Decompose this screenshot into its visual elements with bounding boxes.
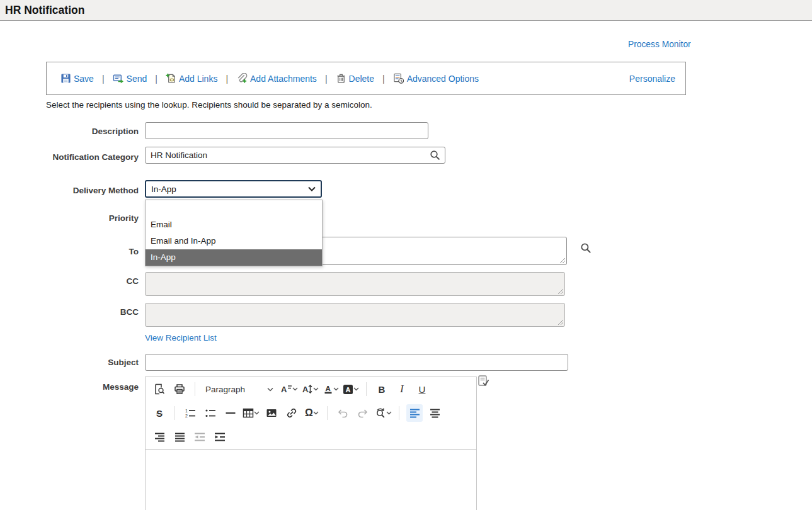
toolbar-separator: | <box>155 74 157 84</box>
page-title: HR Notification <box>0 0 812 17</box>
outdent-icon <box>194 432 205 442</box>
to-resize-grip[interactable] <box>559 257 566 264</box>
add-attachments-button[interactable]: Add Attachments <box>236 73 317 84</box>
numbered-list-button[interactable]: 1 2 <box>182 404 198 422</box>
cc-resize-grip[interactable] <box>557 288 564 295</box>
highlight-color-icon: A <box>343 384 353 395</box>
underline-button[interactable]: U <box>414 380 430 398</box>
toolbar-divider <box>174 406 175 420</box>
message-rich-text-editor: Paragraph A <box>145 377 477 510</box>
process-monitor-link[interactable]: Process Monitor <box>628 40 691 49</box>
chevron-down-icon <box>254 411 260 415</box>
dropdown-option-email-and-in-app[interactable]: Email and In-App <box>146 233 322 249</box>
bcc-label: BCC <box>0 307 139 317</box>
personalize-link[interactable]: Personalize <box>629 74 675 84</box>
italic-button[interactable]: I <box>394 380 410 398</box>
chevron-down-icon <box>333 387 339 391</box>
subject-input[interactable] <box>145 354 568 371</box>
print-button[interactable] <box>171 380 188 398</box>
align-right-icon <box>154 432 165 442</box>
paragraph-format-value: Paragraph <box>205 385 245 394</box>
font-family-dropdown[interactable]: A <box>280 380 298 398</box>
align-right-button[interactable] <box>151 428 168 446</box>
preview-icon <box>154 383 165 395</box>
add-links-icon <box>166 73 176 84</box>
bullet-list-button[interactable] <box>202 404 219 422</box>
to-label: To <box>0 247 139 257</box>
insert-table-dropdown[interactable] <box>243 404 260 422</box>
editor-toolbar-row-2: S 1 2 <box>146 401 476 425</box>
toolbar-divider <box>195 382 195 396</box>
font-color-dropdown[interactable]: A <box>323 380 339 398</box>
justify-button[interactable] <box>171 428 188 446</box>
add-attachments-icon <box>236 73 248 84</box>
align-left-button[interactable] <box>406 404 423 422</box>
notification-category-label: Notification Category <box>0 152 139 162</box>
find-replace-dropdown[interactable] <box>375 404 392 422</box>
svg-text:A: A <box>281 385 287 394</box>
delivery-method-select[interactable]: In-App <box>145 180 322 198</box>
editor-toolbar-row-1: Paragraph A <box>146 377 476 401</box>
font-family-icon: A <box>280 383 292 395</box>
notification-category-lookup-button[interactable] <box>430 150 441 161</box>
description-input[interactable] <box>145 122 428 139</box>
add-links-label: Add Links <box>179 74 217 84</box>
hr-notification-page: HR Notification Process Monitor Save <box>0 0 812 510</box>
delete-label: Delete <box>349 74 374 84</box>
strikethrough-button[interactable]: S <box>151 404 168 422</box>
view-recipient-list-link[interactable]: View Recipient List <box>145 333 217 343</box>
bold-button[interactable]: B <box>374 380 390 398</box>
bcc-resize-grip[interactable] <box>557 319 564 326</box>
description-label: Description <box>0 127 139 137</box>
dropdown-option-email[interactable]: Email <box>146 217 322 233</box>
insert-image-button[interactable] <box>263 404 280 422</box>
delivery-method-label: Delivery Method <box>0 186 139 196</box>
indent-icon <box>214 432 226 442</box>
special-character-icon: Ω <box>305 408 313 418</box>
align-center-button[interactable] <box>426 404 443 422</box>
insert-link-icon <box>286 407 297 419</box>
redo-button[interactable] <box>355 404 371 422</box>
delete-icon <box>336 73 346 84</box>
print-icon <box>174 383 185 395</box>
spell-check-icon <box>477 375 489 387</box>
toolbar-divider <box>399 406 399 420</box>
toolbar-separator: | <box>325 74 328 84</box>
dropdown-option-blank[interactable] <box>146 200 322 217</box>
to-lookup-button[interactable] <box>580 242 592 254</box>
chevron-down-icon <box>308 186 316 191</box>
special-character-dropdown[interactable]: Ω <box>304 404 320 422</box>
undo-button[interactable] <box>335 404 351 422</box>
chevron-down-icon <box>292 387 298 391</box>
delivery-method-dropdown: Email Email and In-App In-App <box>145 200 323 266</box>
subject-label: Subject <box>0 358 139 368</box>
bold-icon: B <box>379 385 386 394</box>
add-links-button[interactable]: Add Links <box>166 73 217 84</box>
font-size-dropdown[interactable]: A <box>302 380 319 398</box>
delete-button[interactable]: Delete <box>336 73 374 84</box>
align-left-icon <box>409 408 420 418</box>
horizontal-line-button[interactable] <box>222 404 239 422</box>
dropdown-option-in-app[interactable]: In-App <box>146 249 322 266</box>
svg-text:A: A <box>346 385 351 393</box>
send-icon <box>113 73 124 84</box>
editor-toolbar-row-3 <box>146 425 476 449</box>
notification-category-input[interactable] <box>145 147 445 164</box>
save-button[interactable]: Save <box>60 73 94 84</box>
highlight-color-dropdown[interactable]: A <box>343 380 359 398</box>
insert-link-button[interactable] <box>283 404 300 422</box>
indent-button[interactable] <box>212 428 228 446</box>
bcc-textarea <box>145 303 565 327</box>
action-toolbar-items: Save | Send | <box>60 73 479 84</box>
cc-textarea <box>145 272 565 296</box>
preview-button[interactable] <box>151 380 168 398</box>
send-button[interactable]: Send <box>113 73 147 84</box>
outdent-button[interactable] <box>192 428 208 446</box>
find-replace-icon <box>375 407 386 419</box>
paragraph-format-dropdown[interactable]: Paragraph <box>202 380 277 398</box>
advanced-options-button[interactable]: Advanced Options <box>393 73 479 84</box>
message-content-area[interactable] <box>146 449 476 510</box>
spell-check-button[interactable] <box>477 375 489 387</box>
redo-icon <box>357 408 369 418</box>
horizontal-line-icon <box>225 407 236 419</box>
